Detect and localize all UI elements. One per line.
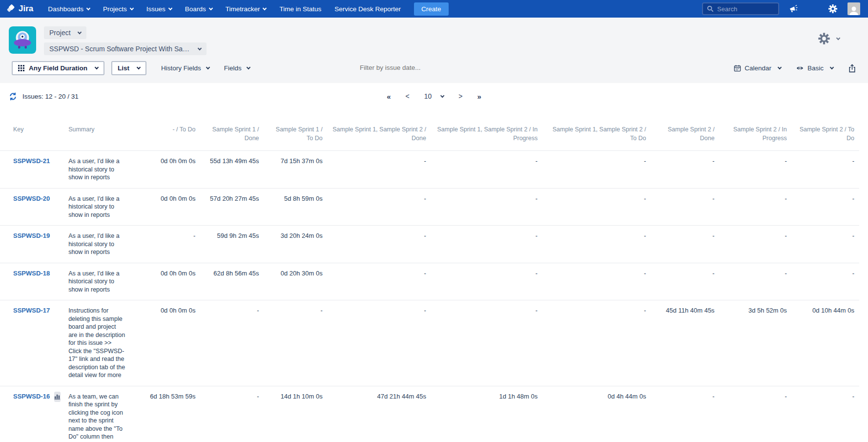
issue-summary: As a team, we can finish the sprint by c… (63, 386, 137, 442)
user-avatar[interactable] (847, 2, 860, 15)
issue-key-link[interactable]: SSPWSD-16 (13, 393, 50, 400)
announcements-megaphone-icon[interactable] (789, 4, 799, 13)
chevron-down-icon (137, 65, 141, 69)
column-header[interactable]: Sample Sprint 2 / Done (651, 121, 719, 151)
nav-item-label: Projects (103, 5, 127, 13)
pagination-row: Issues: 12 - 20 / 31 « < 10 > » (0, 83, 868, 109)
duration-cell: 55d 13h 49m 45s (200, 151, 264, 189)
column-header[interactable]: Key (0, 121, 63, 151)
column-header[interactable]: Sample Sprint 1 / Done (200, 121, 264, 151)
scope-selector[interactable]: Project (44, 26, 86, 39)
issue-key-link[interactable]: SSPWSD-19 (13, 232, 50, 239)
nav-right-cluster: ? (702, 2, 868, 15)
field-duration-button[interactable]: Any Field Duration (12, 61, 104, 75)
nav-item-dashboards[interactable]: Dashboards (48, 5, 90, 13)
jira-logo[interactable]: Jira (6, 4, 33, 14)
duration-cell: 45d 11h 40m 45s (651, 300, 719, 386)
issue-key-link[interactable]: SSPWSD-17 (13, 307, 50, 314)
chevron-down-icon (86, 6, 90, 10)
nav-item-issues[interactable]: Issues (146, 5, 172, 13)
nav-item-time-in-status[interactable]: Time in Status (279, 5, 321, 13)
table-row: SSPWSD-18As a user, I'd like a historica… (0, 263, 859, 300)
issue-summary: Instructions for deleting this sample bo… (63, 300, 137, 386)
duration-cell: - (542, 263, 651, 300)
duration-cell: 57d 20h 27m 45s (200, 188, 264, 226)
project-selector[interactable]: SSPWSD - Scrum Software Project With Sam… (44, 42, 207, 55)
duration-cell: - (542, 188, 651, 226)
table-row: SSPWSD-16As a team, we can finish the sp… (0, 386, 859, 442)
view-type-button[interactable]: List (111, 61, 146, 75)
column-header[interactable]: Sample Sprint 1 / To Do (264, 121, 328, 151)
issue-chart-icon[interactable] (54, 392, 61, 402)
column-header[interactable]: Sample Sprint 1, Sample Sprint 2 / To Do (542, 121, 651, 151)
duration-cell: - (431, 300, 542, 386)
first-page-button[interactable]: « (387, 92, 391, 101)
duration-cell: 14d 1h 10m 0s (264, 386, 328, 442)
page-size-value: 10 (424, 92, 432, 100)
previous-page-button[interactable]: < (406, 92, 410, 100)
duration-cell: - (792, 226, 859, 263)
pager: « < 10 > » (387, 92, 481, 101)
eye-icon (796, 64, 804, 72)
issue-summary: As a user, I'd like a historical story t… (63, 188, 137, 226)
chevron-down-icon (77, 30, 81, 34)
page-size-select[interactable]: 10 (424, 92, 444, 100)
issue-key-link[interactable]: SSPWSD-18 (13, 270, 50, 277)
jira-logo-icon (6, 4, 16, 14)
duration-cell: 59d 9h 2m 45s (200, 226, 264, 263)
history-fields-dropdown[interactable]: History Fields (161, 64, 209, 72)
column-header[interactable]: Sample Sprint 2 / To Do (792, 121, 859, 151)
duration-cell: - (431, 151, 542, 189)
column-header[interactable]: Sample Sprint 2 / In Progress (720, 121, 792, 151)
next-page-button[interactable]: > (458, 92, 462, 100)
nav-item-projects[interactable]: Projects (103, 5, 133, 13)
scope-selector-label: Project (49, 29, 71, 37)
project-selector-label: SSPWSD - Scrum Software Project With Sam… (49, 45, 191, 53)
column-header[interactable]: Summary (63, 121, 137, 151)
nav-item-timetracker[interactable]: Timetracker (226, 5, 267, 13)
column-header[interactable]: - / To Do (137, 121, 200, 151)
issues-count-label: Issues: 12 - 20 / 31 (22, 93, 79, 100)
issue-date-filter-input[interactable] (360, 64, 472, 71)
settings-gear-icon[interactable] (828, 4, 838, 14)
report-header-band: Project SSPWSD - Scrum Software Project … (0, 18, 868, 83)
chevron-down-icon (130, 6, 134, 10)
search-input[interactable] (717, 5, 772, 13)
nav-item-service-desk-reporter[interactable]: Service Desk Reporter (334, 5, 401, 13)
nav-item-label: Timetracker (226, 5, 260, 13)
column-header[interactable]: Sample Sprint 1, Sample Sprint 2 / Done (328, 121, 431, 151)
issue-key-link[interactable]: SSPWSD-20 (13, 195, 50, 202)
help-icon[interactable]: ? (808, 4, 818, 14)
duration-cell: - (542, 226, 651, 263)
nav-item-label: Dashboards (48, 5, 83, 13)
column-header[interactable]: Sample Sprint 1, Sample Sprint 2 / In Pr… (431, 121, 542, 151)
last-page-button[interactable]: » (477, 92, 481, 101)
table-row: SSPWSD-21As a user, I'd like a historica… (0, 151, 859, 189)
duration-cell: - (328, 188, 431, 226)
duration-cell: 47d 21h 44m 45s (328, 386, 431, 442)
duration-cell: - (542, 300, 651, 386)
duration-cell: - (792, 151, 859, 189)
fields-dropdown[interactable]: Fields (224, 64, 250, 72)
nav-item-label: Boards (185, 5, 206, 13)
duration-cell: - (792, 386, 859, 442)
duration-cell: - (137, 226, 200, 263)
chevron-down-icon (198, 46, 202, 50)
export-icon[interactable] (848, 64, 856, 73)
history-fields-label: History Fields (161, 64, 201, 72)
duration-cell: - (651, 226, 719, 263)
global-search[interactable] (702, 2, 779, 15)
create-button[interactable]: Create (414, 2, 449, 16)
table-row: SSPWSD-20As a user, I'd like a historica… (0, 188, 859, 226)
calendar-dropdown[interactable]: Calendar (734, 64, 781, 72)
view-mode-dropdown[interactable]: Basic (796, 64, 833, 72)
issue-key-link[interactable]: SSPWSD-21 (13, 157, 50, 165)
refresh-icon[interactable] (9, 92, 17, 101)
report-settings-gear[interactable] (818, 32, 840, 45)
calendar-label: Calendar (744, 64, 771, 72)
duration-cell: - (200, 386, 264, 442)
nav-item-boards[interactable]: Boards (185, 5, 212, 13)
nav-item-label: Issues (146, 5, 165, 13)
duration-cell: 1d 1h 48m 0s (431, 386, 542, 442)
duration-cell: - (328, 263, 431, 300)
